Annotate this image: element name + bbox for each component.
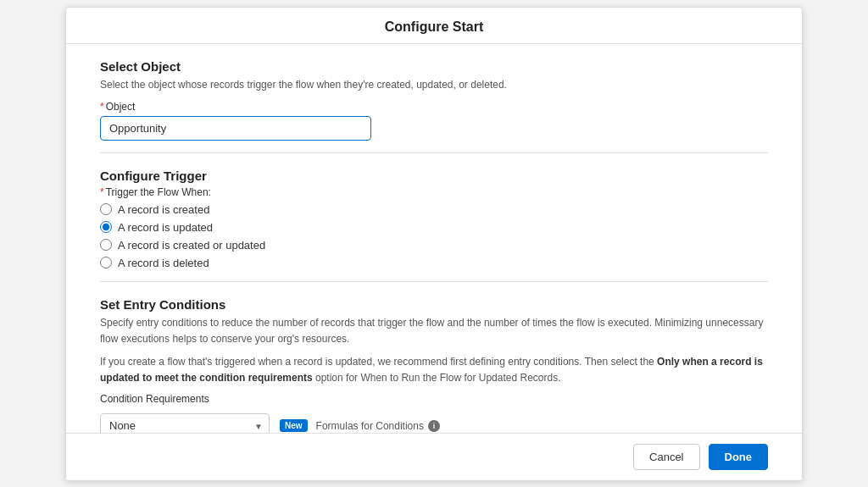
set-entry-section: Set Entry Conditions Specify entry condi…	[100, 282, 768, 433]
condition-req-label: Condition Requirements	[100, 393, 768, 405]
formulas-label: Formulas for Conditions	[316, 420, 424, 432]
required-mark-trigger: *	[100, 186, 104, 198]
configure-trigger-section: Configure Trigger *Trigger the Flow When…	[100, 153, 768, 282]
new-badge: New	[280, 419, 308, 432]
formulas-link: Formulas for Conditions i	[316, 420, 440, 432]
radio-updated[interactable]: A record is updated	[100, 221, 768, 234]
modal-body: Select Object Select the object whose re…	[66, 44, 802, 433]
set-entry-desc1: Specify entry conditions to reduce the n…	[100, 315, 768, 347]
bold-text: Only when a record is updated to meet th…	[100, 356, 763, 384]
info-icon[interactable]: i	[428, 420, 440, 432]
object-input[interactable]	[100, 116, 371, 141]
radio-created-updated[interactable]: A record is created or updated	[100, 239, 768, 252]
trigger-radio-group: A record is created A record is updated …	[100, 203, 768, 269]
radio-updated-input[interactable]	[100, 221, 112, 233]
radio-deleted[interactable]: A record is deleted	[100, 257, 768, 269]
condition-select[interactable]: None All Conditions Are Met Any Conditio…	[100, 413, 270, 432]
required-mark: *	[100, 101, 104, 113]
condition-row: None All Conditions Are Met Any Conditio…	[100, 413, 768, 432]
cancel-button[interactable]: Cancel	[633, 444, 699, 470]
radio-created-updated-input[interactable]	[100, 239, 112, 251]
select-object-title: Select Object	[100, 59, 768, 74]
set-entry-desc2: If you create a flow that's triggered wh…	[100, 354, 768, 386]
object-field-label: *Object	[100, 101, 768, 113]
done-button[interactable]: Done	[709, 444, 769, 470]
radio-created[interactable]: A record is created	[100, 203, 768, 216]
set-entry-title: Set Entry Conditions	[100, 297, 768, 312]
radio-deleted-input[interactable]	[100, 257, 112, 268]
radio-created-input[interactable]	[100, 203, 112, 215]
trigger-field-label: *Trigger the Flow When:	[100, 186, 768, 198]
modal-title: Configure Start	[66, 8, 802, 44]
configure-trigger-title: Configure Trigger	[100, 169, 768, 183]
modal-footer: Cancel Done	[66, 433, 802, 480]
select-object-desc: Select the object whose records trigger …	[100, 77, 768, 92]
select-object-section: Select Object Select the object whose re…	[100, 44, 768, 153]
condition-select-wrap: None All Conditions Are Met Any Conditio…	[100, 413, 270, 432]
configure-start-modal: Configure Start Select Object Select the…	[65, 7, 803, 481]
